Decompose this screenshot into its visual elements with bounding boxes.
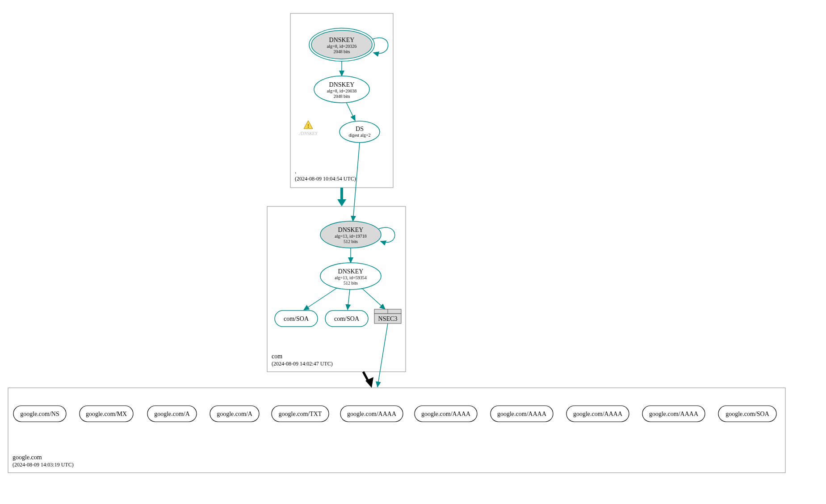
svg-text:alg=13, id=59354: alg=13, id=59354 bbox=[335, 275, 366, 280]
record-txt: google.com/TXT bbox=[279, 411, 322, 417]
edge-root-to-com-thick bbox=[337, 188, 346, 206]
svg-text:512 bits: 512 bits bbox=[344, 239, 358, 244]
svg-text:DNSKEY: DNSKEY bbox=[329, 81, 355, 88]
svg-text:./DNSKEY: ./DNSKEY bbox=[298, 131, 318, 136]
root-warn-node: ! ./DNSKEY bbox=[298, 121, 318, 136]
zone-root-timestamp: (2024-08-09 10:04:54 UTC) bbox=[295, 176, 356, 182]
svg-text:com/SOA: com/SOA bbox=[334, 315, 360, 322]
edge-comzsk-nsec3 bbox=[362, 288, 385, 309]
svg-text:DNSKEY: DNSKEY bbox=[329, 37, 355, 43]
record-aaaa3: google.com/AAAA bbox=[497, 411, 547, 417]
zone-com-name: com bbox=[272, 353, 282, 360]
svg-text:NSEC3: NSEC3 bbox=[378, 315, 398, 322]
svg-text:512 bits: 512 bits bbox=[344, 281, 358, 286]
record-aaaa1: google.com/AAAA bbox=[347, 411, 397, 417]
zone-root-name: . bbox=[295, 168, 297, 175]
root-ksk-node: DNSKEY alg=8, id=20326 2048 bits bbox=[309, 28, 374, 61]
edge-com-to-google-thick bbox=[363, 372, 373, 388]
edge-comzsk-soa1 bbox=[304, 288, 337, 310]
root-zsk-node: DNSKEY alg=8, id=20038 2048 bits bbox=[314, 76, 369, 103]
zone-google-timestamp: (2024-08-09 14:03:19 UTC) bbox=[13, 462, 74, 468]
root-ds-node: DS digest alg=2 bbox=[340, 121, 380, 143]
svg-text:alg=8, id=20038: alg=8, id=20038 bbox=[327, 88, 356, 93]
record-a2: google.com/A bbox=[217, 411, 253, 417]
dnssec-diagram: . (2024-08-09 10:04:54 UTC) DNSKEY alg=8… bbox=[0, 0, 826, 504]
edge-nsec3-google bbox=[377, 323, 388, 387]
record-a1: google.com/A bbox=[154, 411, 190, 417]
svg-text:!: ! bbox=[307, 123, 309, 129]
svg-text:2048 bits: 2048 bits bbox=[334, 49, 350, 54]
svg-text:digest alg=2: digest alg=2 bbox=[348, 133, 370, 138]
com-soa1-node: com/SOA bbox=[275, 311, 318, 327]
record-aaaa5: google.com/AAAA bbox=[649, 411, 699, 417]
svg-text:alg=8, id=20326: alg=8, id=20326 bbox=[327, 44, 356, 49]
record-aaaa4: google.com/AAAA bbox=[573, 411, 623, 417]
com-ksk-node: DNSKEY alg=13, id=19718 512 bits bbox=[320, 221, 381, 248]
com-nsec3-node: NSEC3 bbox=[374, 309, 401, 323]
svg-text:DS: DS bbox=[356, 126, 364, 132]
zone-com-timestamp: (2024-08-09 14:02:47 UTC) bbox=[272, 361, 333, 367]
edge-root-zsk-ds bbox=[346, 102, 355, 121]
svg-text:alg=13, id=19718: alg=13, id=19718 bbox=[335, 234, 366, 239]
record-mx: google.com/MX bbox=[86, 411, 127, 417]
com-soa2-node: com/SOA bbox=[325, 311, 368, 327]
svg-text:DNSKEY: DNSKEY bbox=[338, 227, 364, 233]
svg-text:com/SOA: com/SOA bbox=[284, 315, 309, 322]
zone-google bbox=[8, 388, 785, 473]
google-records-row: google.com/NS google.com/MX google.com/A… bbox=[13, 406, 776, 422]
edge-ds-comksk bbox=[353, 143, 360, 221]
edge-comzsk-soa2 bbox=[348, 290, 350, 310]
com-zsk-node: DNSKEY alg=13, id=59354 512 bits bbox=[320, 263, 381, 290]
svg-marker-16 bbox=[337, 199, 346, 206]
svg-text:DNSKEY: DNSKEY bbox=[338, 268, 364, 275]
record-aaaa2: google.com/AAAA bbox=[421, 411, 471, 417]
svg-text:2048 bits: 2048 bits bbox=[334, 94, 350, 99]
record-ns: google.com/NS bbox=[20, 411, 59, 417]
zone-google-name: google.com bbox=[13, 454, 42, 461]
record-soa: google.com/SOA bbox=[725, 411, 769, 417]
